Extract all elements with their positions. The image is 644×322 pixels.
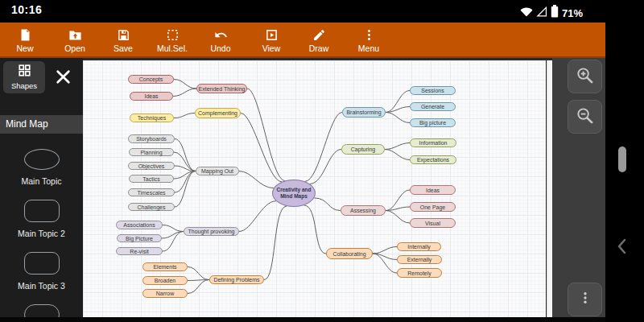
- mindmap-node[interactable]: Broaden: [142, 276, 188, 285]
- mindmap-edge: [174, 114, 195, 118]
- shape-item-label: Main Topic: [22, 176, 62, 186]
- back-chevron-icon[interactable]: [617, 238, 626, 258]
- mindmap-node[interactable]: Defining Problems: [209, 275, 264, 284]
- shape-item[interactable]: [0, 304, 83, 317]
- mindmap-node[interactable]: Internally: [397, 242, 441, 251]
- ellipse-shape-preview[interactable]: [24, 149, 60, 170]
- mindmap-edge: [373, 247, 397, 254]
- mindmap-node[interactable]: Generate: [410, 102, 456, 111]
- zoom-out-button[interactable]: [568, 100, 602, 134]
- zoom-out-icon: [576, 106, 594, 128]
- zoom-in-button[interactable]: [568, 60, 602, 93]
- drawing-canvas[interactable]: ConceptsIdeasExtended ThinkingTechniques…: [83, 60, 546, 317]
- shape-item-label: Main Topic 2: [18, 229, 65, 238]
- mindmap-edge: [386, 207, 410, 211]
- shapes-sidebar: Shapes Mind Map Main TopicMain Topic 2Ma…: [0, 58, 83, 317]
- mindmap-node[interactable]: Re-visit: [116, 247, 163, 255]
- mindmap-node[interactable]: Concepts: [128, 75, 174, 84]
- mindmap-edge: [173, 89, 196, 97]
- mindmap-node[interactable]: Big Picture: [117, 234, 162, 242]
- toolbar-button-open[interactable]: Open: [52, 25, 98, 56]
- mindmap-edge: [247, 89, 285, 180]
- toolbar: NewOpenSaveMul.Sel.UndoViewDrawMenu: [0, 23, 605, 58]
- new-file-icon: [19, 27, 32, 42]
- mindmap-node[interactable]: Sessions: [410, 86, 456, 95]
- open-folder-icon: [68, 27, 82, 42]
- mindmap-node[interactable]: Thought provoking: [184, 227, 239, 236]
- mindmap-node[interactable]: Remotely: [397, 268, 442, 278]
- mindmap-node[interactable]: Ideas: [410, 185, 456, 195]
- mindmap-node[interactable]: Ideas: [130, 92, 173, 101]
- mindmap-node[interactable]: One Page: [410, 202, 456, 212]
- stadium-shape-preview[interactable]: [24, 304, 60, 317]
- mindmap-node[interactable]: Elements: [142, 262, 188, 271]
- android-nav-bar: [605, 0, 644, 322]
- toolbar-button-draw[interactable]: Draw: [295, 25, 342, 56]
- mindmap-node[interactable]: Information: [410, 138, 456, 147]
- mindmap-node[interactable]: Assessing: [341, 205, 386, 216]
- mindmap-edge: [264, 206, 287, 279]
- shape-item[interactable]: Main Topic 3: [0, 252, 83, 291]
- mindmap-node[interactable]: Challenges: [128, 203, 175, 211]
- shape-list: Main TopicMain Topic 2Main Topic 3: [0, 134, 83, 317]
- app-screen: 10:16 71% NewOpenSaveMul.Sel.UndoViewDra…: [0, 0, 644, 322]
- mindmap-edge: [163, 225, 184, 232]
- mindmap-edge: [386, 211, 410, 224]
- mindmap-node[interactable]: Extended Thinking: [196, 84, 247, 93]
- toolbar-button-new[interactable]: New: [2, 25, 48, 56]
- mindmap-edge: [241, 114, 282, 182]
- status-bar: 10:16 71%: [0, 0, 644, 23]
- rounded-rectangle-shape-preview[interactable]: [24, 200, 60, 222]
- mindmap-node[interactable]: Capturing: [341, 144, 385, 155]
- multi-select-icon: [166, 27, 180, 42]
- mindmap-node[interactable]: Planning: [129, 148, 174, 156]
- mindmap-node[interactable]: Externally: [397, 255, 442, 264]
- shape-item[interactable]: Main Topic 2: [0, 200, 83, 238]
- cell-signal-icon: [536, 6, 547, 20]
- mindmap-node[interactable]: Storyboards: [128, 134, 175, 143]
- toolbar-button-undo[interactable]: Undo: [197, 25, 244, 56]
- scroll-pill[interactable]: [618, 147, 626, 172]
- more-button[interactable]: [568, 283, 602, 316]
- toolbar-button-view[interactable]: View: [248, 25, 295, 56]
- battery-percent: 71%: [562, 7, 583, 19]
- shape-item[interactable]: Main Topic: [0, 149, 83, 186]
- shape-item-label: Main Topic 3: [18, 281, 65, 291]
- toolbar-button-menu[interactable]: Menu: [345, 25, 392, 56]
- toolbar-button-save[interactable]: Save: [100, 25, 147, 56]
- mindmap-node[interactable]: Techniques: [130, 114, 174, 122]
- mindmap-node[interactable]: Complementing: [195, 108, 241, 118]
- zoom-panel: [552, 58, 605, 317]
- mindmap-node[interactable]: Visual: [410, 218, 456, 228]
- view-play-icon: [265, 27, 279, 42]
- mindmap-node[interactable]: Mapping Out: [196, 167, 239, 175]
- mindmap-center-node[interactable]: Creativity and Mind Maps: [272, 180, 316, 207]
- canvas-frame: ConceptsIdeasExtended ThinkingTechniques…: [83, 58, 552, 317]
- close-icon: [55, 68, 72, 89]
- mindmap-node[interactable]: Timescales: [128, 188, 175, 196]
- shapes-button[interactable]: Shapes: [3, 61, 45, 93]
- mindmap-node[interactable]: Tactics: [129, 175, 174, 183]
- mindmap-node[interactable]: Associations: [116, 221, 163, 229]
- mindmap-edge: [239, 201, 276, 232]
- shape-category-header[interactable]: Mind Map: [0, 115, 83, 134]
- undo-arrow-icon: [214, 27, 228, 42]
- canvas-scrollbar[interactable]: [547, 60, 552, 317]
- mindmap-node[interactable]: Expectations: [410, 155, 456, 164]
- mindmap-node[interactable]: Objectives: [128, 162, 175, 170]
- close-sidebar-button[interactable]: [47, 62, 79, 94]
- mindmap-node[interactable]: Big picture: [410, 118, 456, 127]
- mindmap-edge: [304, 205, 326, 254]
- mindmap-node[interactable]: Brainstorming: [342, 107, 386, 118]
- toolbar-button-label: Save: [114, 43, 133, 53]
- toolbar-button-mulsel[interactable]: Mul.Sel.: [149, 25, 196, 56]
- mindmap-node[interactable]: Collaborating: [326, 248, 373, 259]
- toolbar-button-label: Menu: [358, 43, 379, 53]
- rounded-rectangle-shape-preview[interactable]: [24, 252, 60, 275]
- zoom-in-icon: [576, 66, 594, 88]
- mindmap-edge: [239, 171, 274, 188]
- mindmap-edge: [174, 80, 196, 89]
- shapes-button-label: Shapes: [11, 81, 37, 90]
- mindmap-node[interactable]: Narrow: [142, 289, 188, 298]
- clock: 10:16: [11, 3, 42, 16]
